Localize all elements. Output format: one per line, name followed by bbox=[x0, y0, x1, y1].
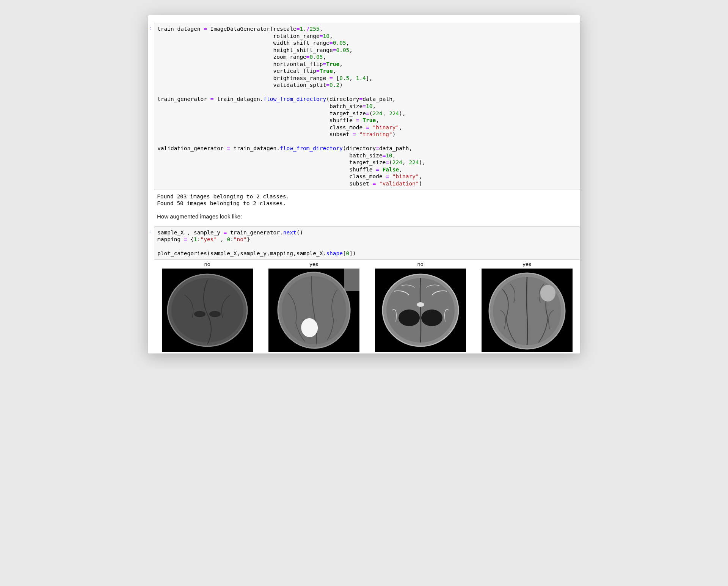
stdout-output-1: Found 203 images belonging to 2 classes.… bbox=[154, 192, 580, 209]
plot-title: yes bbox=[309, 261, 318, 267]
plot-image-1: no bbox=[158, 261, 257, 352]
code-input-2[interactable]: sample_X , sample_y = train_generator.ne… bbox=[154, 226, 580, 260]
brain-scan-image bbox=[482, 269, 573, 352]
svg-point-13 bbox=[399, 309, 420, 326]
svg-point-4 bbox=[209, 311, 221, 317]
svg-point-2 bbox=[171, 278, 243, 342]
plot-image-2: yes bbox=[264, 261, 363, 352]
plot-title: no bbox=[417, 261, 423, 267]
plot-image-4: yes bbox=[477, 261, 576, 352]
brain-scan-image bbox=[268, 269, 359, 352]
code-cell-1[interactable]: : train_datagen = ImageDataGenerator(res… bbox=[148, 23, 580, 190]
markdown-text: How augmented images look like: bbox=[154, 210, 580, 225]
svg-point-14 bbox=[421, 309, 442, 326]
svg-point-19 bbox=[540, 285, 555, 302]
plot-title: no bbox=[204, 261, 210, 267]
prompt-marker: : bbox=[148, 226, 154, 260]
code-cell-2[interactable]: : sample_X , sample_y = train_generator.… bbox=[148, 226, 580, 260]
prompt-marker: : bbox=[148, 23, 154, 190]
plot-image-3: no bbox=[371, 261, 470, 352]
output-cell-2: no yes bbox=[148, 261, 580, 352]
markdown-cell-1: How augmented images look like: bbox=[148, 210, 580, 225]
notebook: : train_datagen = ImageDataGenerator(res… bbox=[148, 15, 580, 353]
image-grid: no yes bbox=[154, 261, 580, 352]
svg-point-15 bbox=[417, 302, 424, 307]
output-cell-1: Found 203 images belonging to 2 classes.… bbox=[148, 192, 580, 209]
code-input-1[interactable]: train_datagen = ImageDataGenerator(resca… bbox=[154, 23, 580, 190]
svg-point-3 bbox=[194, 311, 206, 317]
brain-scan-image bbox=[375, 269, 466, 352]
svg-rect-6 bbox=[344, 269, 359, 291]
plot-title: yes bbox=[522, 261, 531, 267]
brain-scan-image bbox=[162, 269, 253, 352]
